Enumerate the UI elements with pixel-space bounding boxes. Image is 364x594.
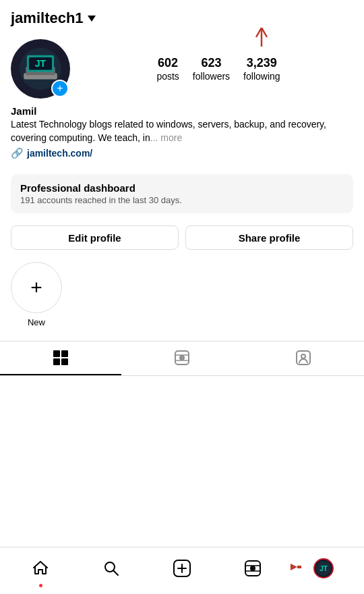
- reels-icon: [173, 349, 191, 367]
- followers-label: followers: [193, 71, 230, 82]
- stat-following[interactable]: 3,239 following: [243, 56, 280, 82]
- bio-section: Jamil Latest Technology blogs related to…: [11, 105, 353, 159]
- pro-dashboard-title: Professional dashboard: [20, 182, 344, 194]
- nav-reels[interactable]: [217, 547, 288, 589]
- home-icon: [31, 559, 50, 578]
- nav-search[interactable]: [76, 547, 147, 589]
- followers-count: 623: [193, 56, 230, 70]
- home-dot: [39, 584, 42, 587]
- following-label: following: [243, 71, 280, 82]
- svg-point-17: [301, 354, 305, 358]
- svg-text:JT: JT: [320, 565, 328, 572]
- profile-top: JT + 602 posts 623 followers 3,239: [11, 39, 353, 99]
- tab-grid[interactable]: [0, 342, 121, 375]
- tagged-icon: [295, 349, 312, 367]
- stories-section: + New: [0, 259, 364, 338]
- search-icon: [102, 559, 121, 578]
- profile-name: Jamil: [11, 105, 353, 117]
- svg-rect-7: [53, 350, 60, 357]
- add-story-button[interactable]: +: [51, 80, 69, 97]
- nav-profile[interactable]: JT: [288, 547, 359, 589]
- edit-profile-button[interactable]: Edit profile: [11, 225, 179, 250]
- avatar-wrap: JT +: [11, 39, 70, 99]
- reels-nav-icon: [243, 559, 262, 578]
- new-story-label: New: [28, 317, 45, 327]
- nav-home[interactable]: [5, 547, 76, 589]
- pro-dashboard[interactable]: Professional dashboard 191 accounts reac…: [11, 174, 353, 213]
- grid-icon: [52, 349, 69, 367]
- stat-posts[interactable]: 602 posts: [156, 56, 179, 82]
- bottom-nav: JT: [0, 547, 364, 594]
- svg-text:JT: JT: [35, 58, 47, 69]
- svg-rect-8: [61, 350, 68, 357]
- tab-tagged[interactable]: [243, 342, 364, 375]
- link-icon: 🔗: [11, 147, 24, 159]
- bio-link-text: jamiltech.com/: [27, 148, 92, 159]
- chevron-down-icon[interactable]: [88, 16, 96, 22]
- pro-dashboard-subtitle: 191 accounts reached in the last 30 days…: [20, 195, 344, 205]
- svg-rect-10: [61, 358, 68, 365]
- svg-rect-9: [53, 358, 60, 365]
- profile-nav-avatar: JT: [313, 558, 334, 578]
- new-post-icon: [173, 559, 191, 578]
- following-count: 3,239: [243, 56, 280, 70]
- stat-followers[interactable]: 623 followers: [193, 56, 230, 82]
- posts-count: 602: [156, 56, 179, 70]
- nav-new-post[interactable]: [147, 547, 218, 589]
- bio-text: Latest Technology blogs related to windo…: [11, 118, 353, 144]
- action-buttons: Edit profile Share profile: [0, 220, 364, 259]
- profile-section: JT + 602 posts 623 followers 3,239: [0, 34, 364, 167]
- plus-icon: +: [30, 277, 42, 298]
- tab-bar: [0, 341, 364, 376]
- share-profile-button[interactable]: Share profile: [185, 225, 353, 250]
- new-story-button[interactable]: +: [11, 262, 62, 313]
- tab-reels[interactable]: [121, 342, 243, 375]
- header: jamiltech1: [0, 0, 364, 34]
- posts-label: posts: [156, 71, 179, 82]
- bio-more[interactable]: ... more: [150, 132, 182, 143]
- username[interactable]: jamiltech1: [11, 9, 84, 27]
- bio-link[interactable]: 🔗 jamiltech.com/: [11, 147, 353, 159]
- stats-row: 602 posts 623 followers 3,239 following: [84, 56, 353, 82]
- svg-line-19: [114, 570, 119, 575]
